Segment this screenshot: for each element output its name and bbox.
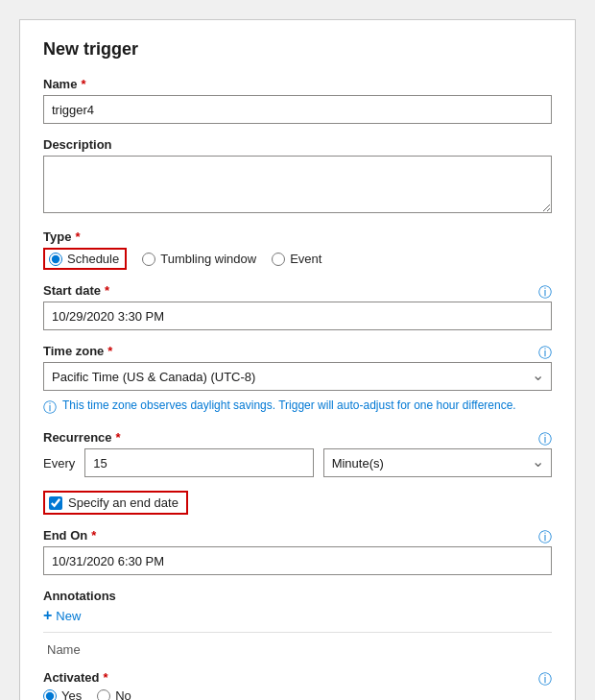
type-label: Type*: [43, 229, 552, 244]
start-date-field-group: Start date* ⓘ: [43, 283, 552, 330]
description-input[interactable]: [43, 156, 552, 213]
annotations-group: Annotations + New Name: [43, 589, 552, 657]
time-zone-info-message: ⓘ This time zone observes daylight savin…: [43, 398, 552, 417]
activated-yes-radio[interactable]: [43, 689, 57, 701]
add-annotation-button[interactable]: + New: [43, 607, 552, 624]
time-zone-label: Time zone*: [43, 344, 112, 358]
activated-field-group: Activated* ⓘ Yes No: [43, 670, 552, 700]
annotations-name-label: Name: [43, 642, 552, 657]
specify-end-date-checkbox[interactable]: [49, 496, 62, 510]
panel-title: New trigger: [43, 39, 552, 60]
end-on-input[interactable]: [43, 546, 552, 575]
time-zone-select-wrapper: Pacific Time (US & Canada) (UTC-8): [43, 362, 552, 391]
recurrence-info-icon[interactable]: ⓘ: [538, 431, 552, 448]
name-label: Name*: [43, 77, 552, 91]
time-zone-field-group: Time zone* ⓘ Pacific Time (US & Canada) …: [43, 344, 552, 391]
recurrence-value-input[interactable]: [84, 448, 313, 477]
specify-end-date-label[interactable]: Specify an end date: [43, 491, 188, 515]
activated-yes-option[interactable]: Yes: [43, 688, 82, 700]
activated-radio-group: Yes No: [43, 688, 552, 700]
name-field-group: Name*: [43, 77, 552, 124]
annotations-label: Annotations: [43, 589, 552, 603]
recurrence-label: Recurrence*: [43, 430, 121, 445]
time-zone-select[interactable]: Pacific Time (US & Canada) (UTC-8): [43, 362, 552, 391]
type-event-radio[interactable]: [272, 253, 285, 266]
activated-no-radio[interactable]: [97, 689, 110, 701]
name-input[interactable]: [43, 95, 552, 124]
start-date-info-icon[interactable]: ⓘ: [538, 284, 552, 302]
type-event-label: Event: [290, 252, 321, 266]
activated-yes-label: Yes: [61, 688, 82, 700]
description-label: Description: [43, 137, 552, 152]
info-circle-icon: ⓘ: [43, 399, 57, 417]
type-schedule-option[interactable]: Schedule: [43, 248, 127, 270]
type-tumbling-label: Tumbling window: [160, 252, 256, 266]
start-date-input[interactable]: [43, 302, 552, 330]
specify-end-date-group: Specify an end date: [43, 491, 552, 515]
end-on-info-icon[interactable]: ⓘ: [538, 529, 552, 546]
activated-label: Activated*: [43, 670, 108, 685]
recurrence-every-label: Every: [43, 456, 75, 471]
type-event-option[interactable]: Event: [272, 252, 321, 266]
type-tumbling-radio[interactable]: [142, 253, 155, 266]
time-zone-info-icon[interactable]: ⓘ: [538, 345, 552, 362]
start-date-label: Start date*: [43, 283, 109, 298]
description-field-group: Description: [43, 137, 552, 216]
recurrence-unit-select[interactable]: Minute(s) Hour(s) Day(s) Week(s) Month(s…: [323, 448, 552, 477]
annotations-divider: [43, 632, 552, 633]
recurrence-field-group: Recurrence* ⓘ Every Minute(s) Hour(s) Da…: [43, 430, 552, 477]
recurrence-row: Every Minute(s) Hour(s) Day(s) Week(s) M…: [43, 448, 552, 477]
activated-info-icon[interactable]: ⓘ: [538, 671, 552, 688]
end-on-label: End On*: [43, 528, 96, 543]
activated-no-option[interactable]: No: [97, 688, 131, 700]
type-radio-group: Schedule Tumbling window Event: [43, 248, 552, 270]
end-on-field-group: End On* ⓘ: [43, 528, 552, 575]
type-tumbling-option[interactable]: Tumbling window: [142, 252, 256, 266]
new-trigger-panel: New trigger Name* Description Type* Sche…: [19, 19, 576, 700]
time-zone-info-text: This time zone observes daylight savings…: [62, 398, 516, 412]
plus-icon: +: [43, 607, 52, 624]
type-schedule-radio[interactable]: [49, 253, 62, 266]
type-field-group: Type* Schedule Tumbling window Event: [43, 229, 552, 270]
add-annotation-label: New: [56, 609, 81, 623]
type-schedule-label: Schedule: [67, 252, 119, 266]
specify-end-date-text: Specify an end date: [68, 495, 178, 510]
activated-no-label: No: [115, 688, 131, 700]
